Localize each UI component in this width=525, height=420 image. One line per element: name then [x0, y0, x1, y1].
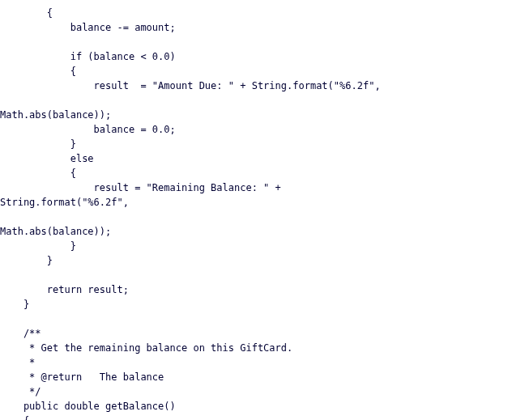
code-block: { balance -= amount; if (balance < 0.0) … [0, 0, 525, 420]
code-content: { balance -= amount; if (balance < 0.0) … [0, 7, 381, 420]
